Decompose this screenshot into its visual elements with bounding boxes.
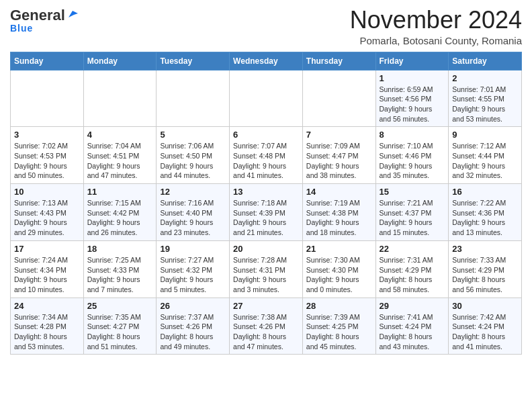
calendar-week-3: 10Sunrise: 7:13 AMSunset: 4:43 PMDayligh… xyxy=(11,184,522,241)
weekday-header-saturday: Saturday xyxy=(449,52,522,70)
day-number: 14 xyxy=(306,187,372,197)
day-info: Sunrise: 7:19 AMSunset: 4:38 PMDaylight:… xyxy=(306,198,372,238)
calendar-cell: 8Sunrise: 7:10 AMSunset: 4:46 PMDaylight… xyxy=(375,127,449,184)
calendar-week-2: 3Sunrise: 7:02 AMSunset: 4:53 PMDaylight… xyxy=(11,127,522,184)
day-number: 15 xyxy=(380,187,445,197)
calendar-cell: 19Sunrise: 7:27 AMSunset: 4:32 PMDayligh… xyxy=(157,240,230,298)
day-number: 30 xyxy=(452,301,518,311)
day-number: 22 xyxy=(380,244,445,254)
logo: General Blue xyxy=(10,7,78,34)
weekday-header-friday: Friday xyxy=(375,52,449,70)
day-number: 21 xyxy=(306,244,372,254)
calendar-cell: 26Sunrise: 7:37 AMSunset: 4:26 PMDayligh… xyxy=(157,298,230,355)
calendar-cell: 30Sunrise: 7:42 AMSunset: 4:24 PMDayligh… xyxy=(449,298,522,355)
logo-bird-icon xyxy=(66,8,78,20)
day-info: Sunrise: 7:24 AMSunset: 4:34 PMDaylight:… xyxy=(14,255,80,295)
calendar-cell: 25Sunrise: 7:35 AMSunset: 4:27 PMDayligh… xyxy=(83,298,157,355)
day-number: 4 xyxy=(87,130,153,140)
day-info: Sunrise: 7:35 AMSunset: 4:27 PMDaylight:… xyxy=(87,312,153,352)
calendar-cell: 12Sunrise: 7:16 AMSunset: 4:40 PMDayligh… xyxy=(157,184,230,241)
day-info: Sunrise: 7:28 AMSunset: 4:31 PMDaylight:… xyxy=(233,255,299,295)
weekday-header-thursday: Thursday xyxy=(302,52,375,70)
day-number: 20 xyxy=(233,244,299,254)
calendar-cell: 17Sunrise: 7:24 AMSunset: 4:34 PMDayligh… xyxy=(11,240,84,298)
day-number: 28 xyxy=(306,301,372,311)
day-info: Sunrise: 6:59 AMSunset: 4:56 PMDaylight:… xyxy=(380,85,445,124)
calendar-cell: 14Sunrise: 7:19 AMSunset: 4:38 PMDayligh… xyxy=(302,184,375,241)
weekday-header-row: SundayMondayTuesdayWednesdayThursdayFrid… xyxy=(11,52,522,70)
day-info: Sunrise: 7:33 AMSunset: 4:29 PMDaylight:… xyxy=(452,255,518,295)
calendar-cell: 28Sunrise: 7:39 AMSunset: 4:25 PMDayligh… xyxy=(302,298,375,355)
calendar-cell xyxy=(302,70,375,127)
calendar-cell: 27Sunrise: 7:38 AMSunset: 4:26 PMDayligh… xyxy=(230,298,303,355)
day-number: 27 xyxy=(233,301,299,311)
calendar-week-4: 17Sunrise: 7:24 AMSunset: 4:34 PMDayligh… xyxy=(11,240,522,298)
day-info: Sunrise: 7:21 AMSunset: 4:37 PMDaylight:… xyxy=(380,198,445,238)
calendar-cell xyxy=(157,70,230,127)
day-number: 9 xyxy=(452,130,518,140)
calendar-cell: 23Sunrise: 7:33 AMSunset: 4:29 PMDayligh… xyxy=(449,240,522,298)
day-info: Sunrise: 7:30 AMSunset: 4:30 PMDaylight:… xyxy=(306,255,372,295)
location: Pomarla, Botosani County, Romania xyxy=(350,35,522,46)
title-area: November 2024 Pomarla, Botosani County, … xyxy=(350,7,522,46)
day-info: Sunrise: 7:13 AMSunset: 4:43 PMDaylight:… xyxy=(14,198,80,238)
day-info: Sunrise: 7:04 AMSunset: 4:51 PMDaylight:… xyxy=(87,141,153,181)
calendar-cell: 21Sunrise: 7:30 AMSunset: 4:30 PMDayligh… xyxy=(302,240,375,298)
day-info: Sunrise: 7:15 AMSunset: 4:42 PMDaylight:… xyxy=(87,198,153,238)
day-number: 2 xyxy=(452,73,518,83)
weekday-header-tuesday: Tuesday xyxy=(157,52,230,70)
calendar-cell: 3Sunrise: 7:02 AMSunset: 4:53 PMDaylight… xyxy=(11,127,84,184)
day-info: Sunrise: 7:39 AMSunset: 4:25 PMDaylight:… xyxy=(306,312,372,352)
calendar-cell: 6Sunrise: 7:07 AMSunset: 4:48 PMDaylight… xyxy=(230,127,303,184)
day-info: Sunrise: 7:09 AMSunset: 4:47 PMDaylight:… xyxy=(306,141,372,181)
calendar-cell xyxy=(11,70,84,127)
day-info: Sunrise: 7:10 AMSunset: 4:46 PMDaylight:… xyxy=(380,141,445,181)
day-number: 8 xyxy=(380,130,445,140)
day-info: Sunrise: 7:27 AMSunset: 4:32 PMDaylight:… xyxy=(160,255,226,295)
day-number: 5 xyxy=(160,130,226,140)
day-info: Sunrise: 7:31 AMSunset: 4:29 PMDaylight:… xyxy=(380,255,445,295)
calendar-cell: 10Sunrise: 7:13 AMSunset: 4:43 PMDayligh… xyxy=(11,184,84,241)
calendar-cell xyxy=(83,70,157,127)
day-number: 24 xyxy=(14,301,80,311)
calendar-cell: 18Sunrise: 7:25 AMSunset: 4:33 PMDayligh… xyxy=(83,240,157,298)
day-number: 16 xyxy=(452,187,518,197)
weekday-header-sunday: Sunday xyxy=(11,52,84,70)
day-info: Sunrise: 7:01 AMSunset: 4:55 PMDaylight:… xyxy=(452,85,518,124)
day-info: Sunrise: 7:02 AMSunset: 4:53 PMDaylight:… xyxy=(14,141,80,181)
svg-marker-0 xyxy=(69,11,78,17)
calendar-cell: 24Sunrise: 7:34 AMSunset: 4:28 PMDayligh… xyxy=(11,298,84,355)
day-info: Sunrise: 7:12 AMSunset: 4:44 PMDaylight:… xyxy=(452,141,518,181)
day-number: 7 xyxy=(306,130,372,140)
day-number: 29 xyxy=(380,301,445,311)
day-number: 11 xyxy=(87,187,153,197)
day-number: 26 xyxy=(160,301,226,311)
logo-blue: Blue xyxy=(10,23,33,34)
day-info: Sunrise: 7:06 AMSunset: 4:50 PMDaylight:… xyxy=(160,141,226,181)
day-number: 23 xyxy=(452,244,518,254)
calendar: SundayMondayTuesdayWednesdayThursdayFrid… xyxy=(10,52,522,355)
month-title: November 2024 xyxy=(350,7,522,34)
page: General Blue November 2024 Pomarla, Boto… xyxy=(0,0,532,365)
calendar-cell xyxy=(230,70,303,127)
day-info: Sunrise: 7:22 AMSunset: 4:36 PMDaylight:… xyxy=(452,198,518,238)
logo-general: General xyxy=(10,7,65,24)
day-info: Sunrise: 7:34 AMSunset: 4:28 PMDaylight:… xyxy=(14,312,80,352)
day-number: 25 xyxy=(87,301,153,311)
day-number: 12 xyxy=(160,187,226,197)
calendar-cell: 7Sunrise: 7:09 AMSunset: 4:47 PMDaylight… xyxy=(302,127,375,184)
calendar-cell: 4Sunrise: 7:04 AMSunset: 4:51 PMDaylight… xyxy=(83,127,157,184)
day-info: Sunrise: 7:16 AMSunset: 4:40 PMDaylight:… xyxy=(160,198,226,238)
day-number: 6 xyxy=(233,130,299,140)
calendar-cell: 13Sunrise: 7:18 AMSunset: 4:39 PMDayligh… xyxy=(230,184,303,241)
day-info: Sunrise: 7:37 AMSunset: 4:26 PMDaylight:… xyxy=(160,312,226,352)
calendar-cell: 1Sunrise: 6:59 AMSunset: 4:56 PMDaylight… xyxy=(375,70,449,127)
calendar-week-1: 1Sunrise: 6:59 AMSunset: 4:56 PMDaylight… xyxy=(11,70,522,127)
calendar-cell: 15Sunrise: 7:21 AMSunset: 4:37 PMDayligh… xyxy=(375,184,449,241)
day-number: 13 xyxy=(233,187,299,197)
weekday-header-wednesday: Wednesday xyxy=(230,52,303,70)
calendar-cell: 2Sunrise: 7:01 AMSunset: 4:55 PMDaylight… xyxy=(449,70,522,127)
weekday-header-monday: Monday xyxy=(83,52,157,70)
day-number: 3 xyxy=(14,130,80,140)
day-number: 10 xyxy=(14,187,80,197)
